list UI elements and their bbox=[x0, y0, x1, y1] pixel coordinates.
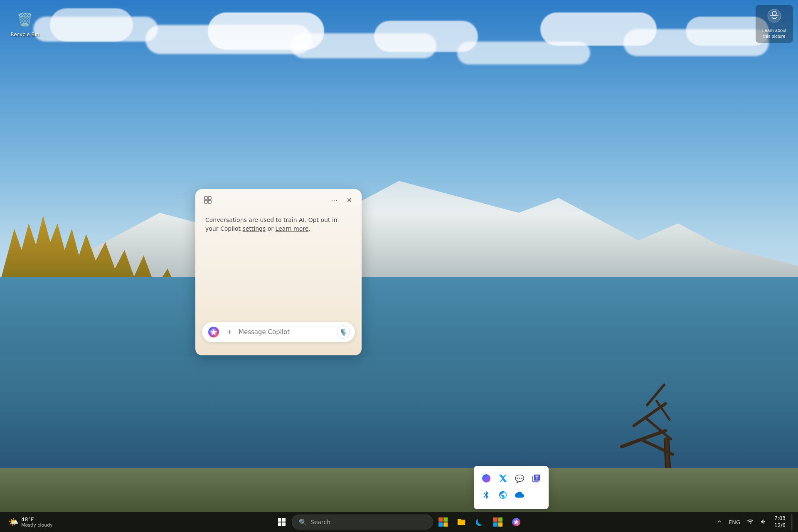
svg-rect-12 bbox=[278, 522, 281, 526]
copilot-mic-button[interactable]: 🎙️ bbox=[337, 325, 350, 339]
svg-rect-3 bbox=[204, 197, 207, 200]
show-desktop-button[interactable] bbox=[791, 514, 793, 530]
svg-rect-18 bbox=[493, 517, 498, 522]
copilot-notice: Conversations are used to train AI. Opt … bbox=[205, 216, 352, 233]
systray-teams-chat-icon[interactable]: 💬 bbox=[512, 471, 527, 486]
copilot-settings-link[interactable]: settings bbox=[242, 225, 266, 232]
copilot-input-area: + 🎙️ bbox=[195, 322, 362, 355]
svg-rect-20 bbox=[493, 522, 498, 527]
svg-rect-13 bbox=[282, 522, 286, 526]
systray-edge-alt-icon[interactable] bbox=[495, 488, 510, 502]
systray-twitter-icon[interactable] bbox=[495, 471, 510, 486]
language-indicator[interactable]: ENG bbox=[727, 517, 742, 527]
weather-description: Mostly cloudy bbox=[21, 522, 53, 528]
edge-browser-icon[interactable] bbox=[471, 514, 488, 530]
start-button[interactable] bbox=[273, 514, 290, 530]
clock-widget[interactable]: 7:03 12/6 bbox=[772, 514, 788, 530]
copilot-controls: ⋯ ✕ bbox=[328, 194, 355, 206]
microsoft-icon[interactable] bbox=[435, 514, 451, 530]
clock-date: 12/6 bbox=[774, 522, 786, 529]
svg-rect-4 bbox=[208, 197, 211, 200]
svg-rect-5 bbox=[204, 200, 207, 203]
copilot-logo-button[interactable] bbox=[207, 325, 220, 339]
plus-icon: + bbox=[227, 328, 232, 337]
recycle-bin-icon[interactable]: 🗑️ Recycle Bin bbox=[8, 8, 42, 39]
svg-rect-16 bbox=[438, 522, 443, 527]
svg-rect-10 bbox=[278, 518, 281, 522]
weather-icon: 🌤️ bbox=[8, 517, 19, 527]
more-icon: ⋯ bbox=[331, 196, 337, 204]
svg-rect-17 bbox=[443, 522, 448, 527]
svg-rect-14 bbox=[438, 517, 443, 522]
copilot-close-button[interactable]: ✕ bbox=[343, 194, 355, 206]
learn-picture-text: Learn aboutthis picture bbox=[762, 27, 787, 39]
learn-picture-icon bbox=[767, 8, 782, 26]
svg-rect-19 bbox=[498, 517, 502, 522]
wifi-icon[interactable] bbox=[745, 517, 755, 528]
search-label: Search bbox=[310, 519, 330, 525]
copilot-learn-more-link[interactable]: Learn more bbox=[276, 225, 309, 232]
weather-temp: 48°F bbox=[21, 516, 53, 522]
close-icon: ✕ bbox=[347, 196, 352, 204]
taskbar: 🌤️ 48°F Mostly cloudy 🔍 Search bbox=[0, 512, 798, 532]
recycle-bin-label: Recycle Bin bbox=[10, 32, 40, 37]
systray-popup: 💬 bbox=[474, 466, 549, 509]
file-explorer-icon[interactable] bbox=[453, 514, 470, 530]
learn-picture-button[interactable]: Learn aboutthis picture bbox=[756, 5, 793, 43]
weather-widget[interactable]: 🌤️ 48°F Mostly cloudy bbox=[5, 515, 56, 530]
systray-chevron[interactable] bbox=[715, 517, 724, 527]
search-icon: 🔍 bbox=[299, 518, 307, 526]
taskbar-search[interactable]: 🔍 Search bbox=[292, 515, 433, 530]
taskbar-center: 🔍 Search bbox=[273, 514, 525, 530]
systray-bluetooth-icon[interactable] bbox=[479, 488, 494, 502]
svg-rect-15 bbox=[443, 517, 448, 522]
microsoft-store-icon[interactable] bbox=[490, 514, 506, 530]
taskbar-right: ENG 7:03 12/6 bbox=[715, 514, 793, 530]
copilot-message-input[interactable] bbox=[239, 328, 333, 336]
copilot-titlebar: ⋯ ✕ bbox=[195, 189, 362, 209]
volume-icon[interactable] bbox=[759, 517, 768, 528]
copilot-more-button[interactable]: ⋯ bbox=[328, 194, 340, 206]
cloud-2 bbox=[50, 8, 133, 42]
systray-copilot-icon[interactable] bbox=[479, 471, 494, 486]
copilot-content: Conversations are used to train AI. Opt … bbox=[195, 209, 362, 322]
copilot-expand-icon[interactable] bbox=[202, 194, 214, 206]
microphone-icon: 🎙️ bbox=[339, 328, 347, 336]
svg-point-9 bbox=[482, 474, 490, 483]
copilot-panel: ⋯ ✕ Conversations are used to train AI. … bbox=[195, 189, 362, 355]
systray-teams-icon[interactable] bbox=[529, 471, 544, 486]
systray-onedrive-icon[interactable] bbox=[512, 488, 527, 502]
copilot-add-button[interactable]: + bbox=[224, 326, 235, 338]
svg-rect-21 bbox=[498, 522, 502, 527]
svg-rect-11 bbox=[282, 518, 286, 522]
clock-time: 7:03 bbox=[774, 515, 786, 522]
copilot-input-row: + 🎙️ bbox=[202, 322, 355, 342]
recycle-bin-image: 🗑️ bbox=[15, 10, 35, 30]
svg-rect-6 bbox=[208, 200, 211, 203]
copilot-taskbar-icon[interactable] bbox=[508, 514, 525, 530]
weather-info: 48°F Mostly cloudy bbox=[21, 516, 53, 528]
